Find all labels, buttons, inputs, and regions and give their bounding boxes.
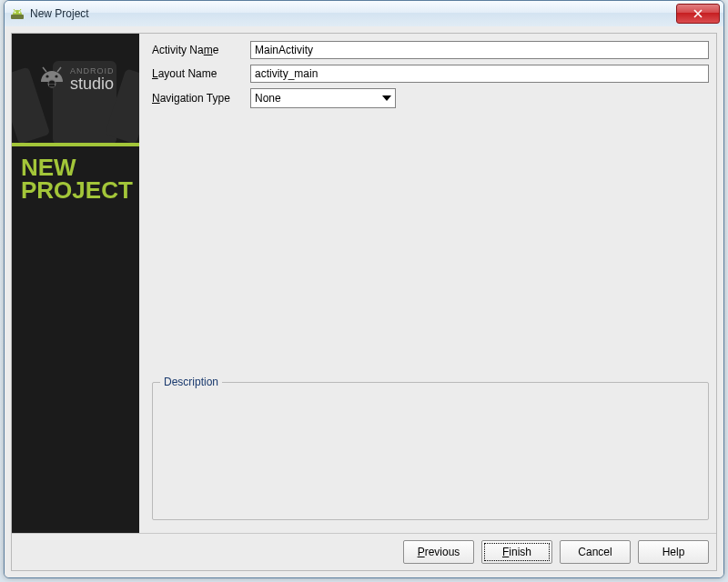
finish-button[interactable]: Finish bbox=[481, 540, 552, 564]
button-bar: Previous Finish Cancel Help bbox=[12, 533, 716, 570]
description-legend: Description bbox=[160, 376, 222, 388]
accent-bar bbox=[12, 143, 139, 146]
headline-line2: PROJECT bbox=[21, 179, 133, 202]
svg-point-8 bbox=[46, 75, 48, 77]
android-head-icon bbox=[39, 65, 65, 93]
cancel-button[interactable]: Cancel bbox=[560, 540, 631, 564]
wizard-step-title: NEW PROJECT bbox=[21, 156, 133, 201]
svg-line-3 bbox=[14, 9, 15, 11]
layout-name-label: Layout Name bbox=[152, 67, 245, 80]
layout-name-input[interactable] bbox=[250, 65, 709, 83]
navigation-type-label: Navigation Type bbox=[152, 92, 245, 105]
svg-line-11 bbox=[57, 67, 61, 72]
svg-rect-0 bbox=[11, 15, 24, 19]
app-icon bbox=[10, 6, 25, 21]
brand: ANDROID studio bbox=[39, 65, 115, 93]
svg-point-1 bbox=[15, 12, 16, 14]
headline-line1: NEW bbox=[21, 156, 133, 179]
svg-point-9 bbox=[55, 75, 57, 77]
activity-name-label: Activity Name bbox=[152, 44, 245, 56]
navigation-type-select[interactable]: None bbox=[250, 88, 396, 108]
help-button[interactable]: Help bbox=[638, 540, 709, 564]
form-panel: Activity Name Layout Name Navigation Typ… bbox=[139, 34, 716, 533]
window-title: New Project bbox=[30, 7, 676, 20]
dialog-window: New Project bbox=[4, 0, 724, 578]
svg-point-2 bbox=[19, 12, 21, 14]
previous-button[interactable]: Previous bbox=[403, 540, 474, 564]
close-button[interactable] bbox=[676, 4, 720, 24]
navigation-type-value: None bbox=[255, 92, 281, 105]
svg-line-10 bbox=[43, 67, 46, 72]
description-group: Description bbox=[152, 382, 709, 520]
titlebar[interactable]: New Project bbox=[5, 1, 723, 27]
close-icon bbox=[693, 9, 703, 18]
brand-big: studio bbox=[70, 75, 115, 92]
activity-name-input[interactable] bbox=[250, 41, 709, 59]
wizard-sidebar: ANDROID studio NEW PROJECT bbox=[12, 34, 139, 533]
chevron-down-icon bbox=[382, 95, 391, 101]
svg-line-4 bbox=[20, 9, 22, 11]
